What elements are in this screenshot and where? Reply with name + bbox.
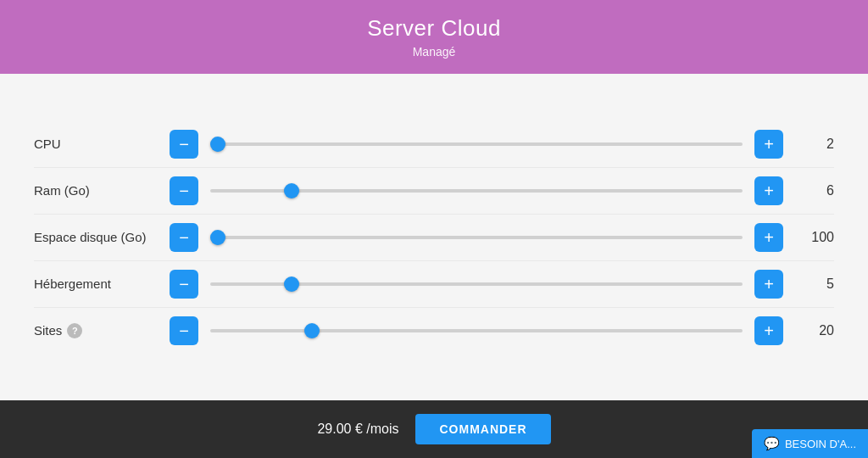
besoin-label: BESOIN D'A... <box>785 438 856 450</box>
slider-row-ram: Ram (Go) − + 6 <box>34 168 834 215</box>
minus-button-sites[interactable]: − <box>170 316 198 345</box>
besoin-aide-button[interactable]: 💬 BESOIN D'A... <box>752 429 868 458</box>
commander-button[interactable]: COMMANDER <box>415 414 550 444</box>
label-sites: Sites ? <box>34 323 170 338</box>
value-display-disk: 100 <box>783 230 834 245</box>
slider-cpu[interactable] <box>210 142 743 146</box>
header-title: Server Cloud <box>0 15 868 42</box>
value-display-ram: 6 <box>783 183 834 198</box>
help-icon-sites[interactable]: ? <box>67 323 82 338</box>
slider-ram[interactable] <box>210 189 743 193</box>
value-display-hebergement: 5 <box>783 276 834 292</box>
minus-button-disk[interactable]: − <box>170 223 198 252</box>
label-disk: Espace disque (Go) <box>34 230 170 244</box>
slider-row-sites: Sites ? − + 20 <box>34 308 834 354</box>
header: Server Cloud Managé <box>0 0 868 74</box>
slider-row-hebergement: Hébergement − + 5 <box>34 261 834 308</box>
label-hebergement: Hébergement <box>34 276 170 291</box>
slider-wrap-disk <box>210 223 743 252</box>
plus-button-cpu[interactable]: + <box>754 130 783 159</box>
value-display-sites: 20 <box>783 323 834 338</box>
label-cpu: CPU <box>34 137 170 151</box>
minus-button-ram[interactable]: − <box>170 176 198 205</box>
plus-button-hebergement[interactable]: + <box>754 270 783 299</box>
footer: 29.00 € /mois COMMANDER 💬 BESOIN D'A... <box>0 400 868 458</box>
plus-button-sites[interactable]: + <box>754 316 783 345</box>
slider-row-disk: Espace disque (Go) − + 100 <box>34 215 834 261</box>
minus-button-cpu[interactable]: − <box>170 130 198 159</box>
main-content: CPU − + 2 Ram (Go) − + 6 Espace disque (… <box>0 74 868 400</box>
slider-wrap-cpu <box>210 130 743 159</box>
header-subtitle: Managé <box>0 45 868 59</box>
slider-wrap-sites <box>210 316 743 345</box>
plus-button-ram[interactable]: + <box>754 176 783 205</box>
slider-hebergement[interactable] <box>210 282 743 286</box>
label-ram: Ram (Go) <box>34 183 170 198</box>
chat-icon: 💬 <box>764 436 780 451</box>
slider-sites[interactable] <box>210 329 743 332</box>
price-display: 29.00 € /mois <box>317 422 398 437</box>
slider-disk[interactable] <box>210 236 743 239</box>
slider-row-cpu: CPU − + 2 <box>34 121 834 168</box>
value-display-cpu: 2 <box>783 137 834 152</box>
plus-button-disk[interactable]: + <box>754 223 783 252</box>
slider-wrap-ram <box>210 176 743 205</box>
minus-button-hebergement[interactable]: − <box>170 270 198 299</box>
slider-wrap-hebergement <box>210 270 743 299</box>
